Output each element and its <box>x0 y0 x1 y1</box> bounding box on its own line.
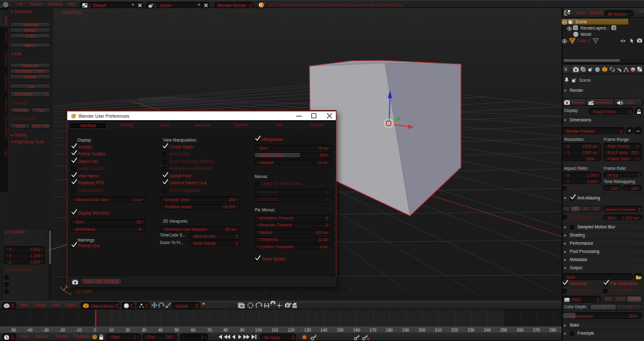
svg-text:10: 10 <box>109 328 114 332</box>
svg-text:120: 120 <box>288 328 295 332</box>
svg-text:130: 130 <box>304 328 311 332</box>
svg-text:-20: -20 <box>59 328 65 332</box>
svg-text:0: 0 <box>94 328 96 332</box>
svg-text:-40: -40 <box>26 328 33 332</box>
svg-text:-10: -10 <box>75 328 82 332</box>
svg-text:170: 170 <box>370 328 377 332</box>
svg-text:30: 30 <box>142 328 147 332</box>
svg-text:40: 40 <box>158 328 163 332</box>
svg-text:250: 250 <box>501 328 508 332</box>
svg-text:180: 180 <box>386 328 393 332</box>
svg-text:160: 160 <box>353 328 360 332</box>
svg-text:110: 110 <box>272 328 279 332</box>
svg-text:220: 220 <box>452 328 458 332</box>
svg-text:230: 230 <box>468 328 475 332</box>
svg-text:70: 70 <box>207 328 212 332</box>
svg-text:200: 200 <box>419 328 426 332</box>
svg-text:190: 190 <box>402 328 409 332</box>
svg-text:210: 210 <box>435 328 442 332</box>
svg-text:-30: -30 <box>43 328 49 332</box>
svg-text:x: x <box>69 292 71 296</box>
svg-text:280: 280 <box>550 328 557 332</box>
svg-text:150: 150 <box>337 328 344 332</box>
svg-text:50: 50 <box>174 328 179 332</box>
svg-text:270: 270 <box>533 328 540 332</box>
svg-text:140: 140 <box>321 328 328 332</box>
svg-text:60: 60 <box>191 328 196 332</box>
svg-text:80: 80 <box>223 328 228 332</box>
svg-text:260: 260 <box>517 328 524 332</box>
svg-text:20: 20 <box>125 328 130 332</box>
svg-text:100: 100 <box>255 328 262 332</box>
svg-text:240: 240 <box>484 328 491 332</box>
svg-text:90: 90 <box>240 328 245 332</box>
svg-text:-50: -50 <box>10 328 16 332</box>
